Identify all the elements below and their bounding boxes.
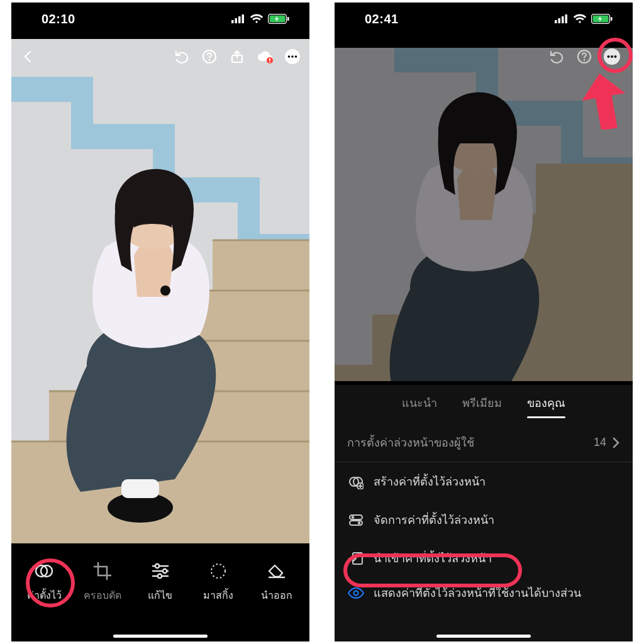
row-user-presets[interactable]: การตั้งค่าล่วงหน้าของผู้ใช้ 14 (335, 423, 633, 462)
eraser-icon (264, 558, 289, 584)
svg-rect-43 (558, 18, 561, 23)
svg-rect-30 (121, 479, 159, 498)
manage-presets-icon (347, 514, 365, 526)
svg-point-12 (269, 62, 270, 63)
status-icons (231, 14, 289, 24)
row-manage-presets[interactable]: จัดการค่าที่ตั้งไว้ล่วงหน้า (335, 501, 633, 539)
tool-label: มาสกิ้ง (203, 587, 233, 603)
status-bar: 02:10 (11, 3, 309, 35)
row-create-preset[interactable]: สร้างค่าที่ตั้งไว้ล่วงหน้า (335, 462, 633, 501)
svg-rect-57 (372, 314, 633, 371)
tool-crop[interactable]: ครอบตัด (74, 558, 131, 603)
tool-edit[interactable]: แก้ไข (132, 558, 189, 603)
tool-label: ครอบตัด (84, 587, 121, 603)
help-icon[interactable] (200, 47, 219, 66)
tool-remove[interactable]: นำออก (248, 558, 305, 603)
tool-label: นำออก (261, 587, 292, 603)
tab-yours[interactable]: ของคุณ (527, 394, 565, 417)
svg-point-71 (354, 591, 358, 595)
svg-rect-56 (335, 365, 633, 381)
svg-rect-47 (611, 17, 613, 21)
svg-rect-60 (536, 164, 633, 220)
status-time: 02:41 (365, 12, 399, 26)
svg-rect-0 (231, 20, 234, 23)
presets-panel: แนะนำ พรีเมียม ของคุณ การตั้งค่าล่วงหน้า… (335, 385, 633, 641)
create-preset-icon (347, 474, 365, 489)
svg-rect-45 (565, 14, 568, 23)
annotation-circle-more (597, 38, 633, 73)
svg-rect-3 (242, 14, 245, 23)
svg-point-50 (584, 59, 585, 60)
annotation-circle-presets (26, 558, 75, 608)
svg-point-40 (211, 564, 225, 578)
cellular-icon (231, 14, 245, 23)
chevron-right-icon (613, 437, 620, 448)
more-icon[interactable] (283, 47, 302, 66)
svg-point-8 (209, 59, 210, 60)
svg-point-69 (358, 521, 360, 524)
svg-rect-42 (555, 20, 557, 23)
undo-icon[interactable] (547, 47, 566, 66)
tool-masking[interactable]: มาสกิ้ง (190, 558, 247, 603)
help-icon[interactable] (575, 47, 594, 66)
user-presets-label: การตั้งค่าล่วงหน้าของผู้ใช้ (347, 433, 594, 452)
svg-point-61 (438, 97, 514, 173)
svg-rect-11 (269, 58, 270, 62)
home-indicator[interactable] (113, 635, 208, 638)
status-icons (555, 14, 613, 24)
svg-rect-1 (235, 18, 238, 23)
tab-recommend[interactable]: แนะนำ (402, 394, 437, 417)
svg-rect-58 (423, 264, 633, 321)
svg-point-35 (155, 564, 159, 568)
svg-rect-59 (479, 214, 633, 270)
svg-rect-22 (213, 240, 309, 297)
manage-presets-label: จัดการค่าที่ตั้งไว้ล่วงหน้า (374, 511, 620, 529)
top-toolbar (335, 43, 633, 70)
status-time: 02:10 (42, 12, 75, 26)
share-icon[interactable] (228, 47, 247, 66)
battery-charging-icon (268, 14, 289, 24)
masking-icon (206, 558, 231, 584)
cloud-alert-icon[interactable] (255, 47, 274, 66)
phone-left: 02:10 (11, 3, 309, 641)
status-bar: 02:41 (335, 3, 633, 35)
home-indicator[interactable] (436, 635, 531, 638)
svg-point-37 (163, 569, 167, 573)
svg-rect-44 (562, 16, 564, 23)
undo-icon[interactable] (172, 47, 191, 66)
annotation-highlight-import (343, 553, 522, 587)
back-button[interactable] (19, 47, 38, 66)
sliders-icon (148, 558, 173, 584)
top-toolbar (11, 43, 309, 70)
tab-premium[interactable]: พรีเมียม (462, 394, 502, 417)
svg-point-14 (288, 55, 291, 58)
create-preset-label: สร้างค่าที่ตั้งไว้ล่วงหน้า (374, 472, 620, 491)
svg-rect-2 (238, 16, 241, 23)
user-presets-count: 14 (594, 436, 606, 449)
wifi-icon (250, 14, 264, 24)
eye-icon (347, 587, 365, 599)
phone-right: 02:41 (335, 3, 633, 641)
battery-charging-icon (591, 14, 613, 24)
svg-point-39 (158, 574, 162, 578)
wifi-icon (573, 14, 587, 24)
photo-illustration (11, 39, 309, 543)
svg-rect-5 (287, 17, 289, 21)
annotation-arrow (576, 73, 626, 130)
crop-icon (90, 558, 115, 584)
svg-point-31 (160, 286, 170, 296)
svg-point-15 (291, 55, 294, 58)
tool-label: แก้ไข (148, 587, 172, 603)
svg-point-16 (295, 55, 297, 58)
panel-tabs: แนะนำ พรีเมียม ของคุณ (335, 385, 633, 423)
svg-point-67 (352, 516, 354, 518)
photo-canvas[interactable] (11, 39, 309, 543)
cellular-icon (555, 14, 569, 23)
